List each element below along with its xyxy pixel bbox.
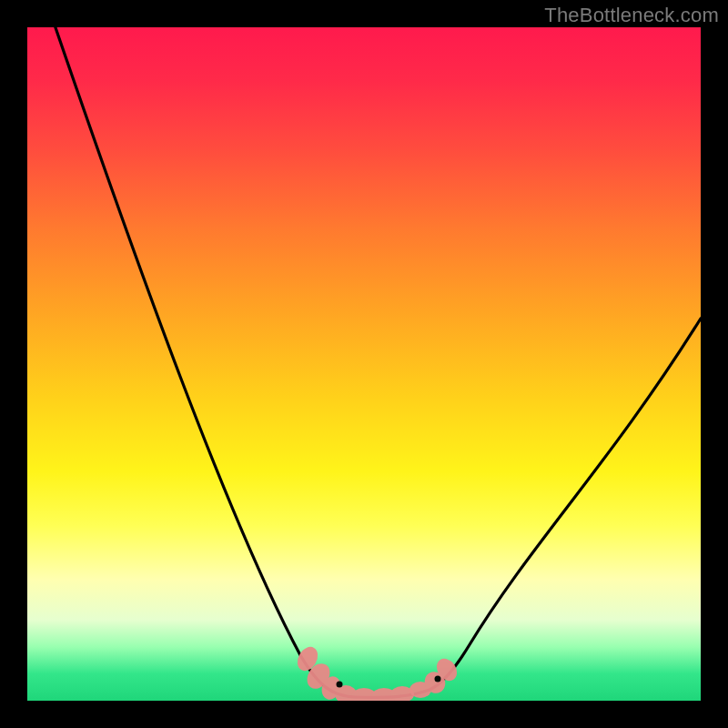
plot-area [27,27,701,701]
curve-path [49,27,701,697]
marker-cluster-right [410,655,461,698]
watermark-text: TheBottleneck.com [544,4,719,27]
svg-point-11 [435,676,441,682]
chart-frame: TheBottleneck.com [0,0,728,728]
svg-point-7 [337,682,343,688]
marker-cluster-left [293,643,414,701]
bottleneck-curve [27,27,701,701]
